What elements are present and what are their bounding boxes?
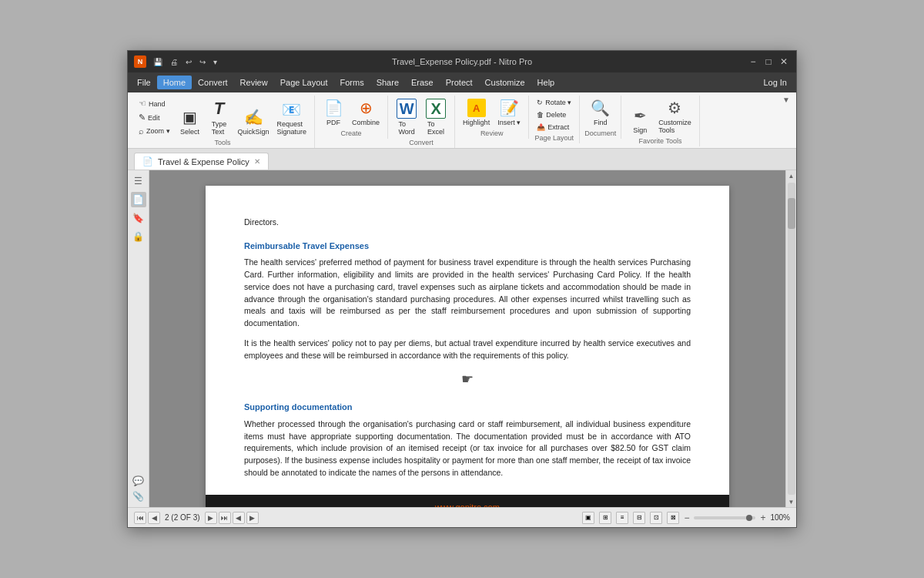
document-tab[interactable]: 📄 Travel & Expense Policy ✕	[134, 153, 269, 170]
document-area[interactable]: Directors. Reimbursable Travel Expenses …	[149, 170, 785, 507]
tab-icon: 📄	[142, 156, 153, 166]
convert-group-label: Convert	[409, 139, 434, 146]
select-label: Select	[180, 128, 199, 136]
edit-label: Edit	[148, 114, 160, 122]
back-nav-button[interactable]: ◀	[233, 512, 245, 524]
delete-button[interactable]: 🗑 Delete	[534, 109, 574, 120]
scroll-up-button[interactable]: ▲	[786, 170, 797, 181]
to-excel-button[interactable]: X ToExcel	[422, 97, 450, 137]
directors-text: Directors.	[244, 217, 691, 229]
edit-icon: ✎	[139, 113, 146, 123]
redo-btn[interactable]: ↪	[197, 57, 208, 67]
zoom-tool-button[interactable]: ⌕ Zoom ▾	[136, 125, 173, 137]
menu-home[interactable]: Home	[157, 76, 192, 89]
pdf-button[interactable]: 📄 PDF	[320, 97, 347, 128]
menu-help[interactable]: Help	[531, 76, 561, 89]
scroll-thumb[interactable]	[788, 198, 795, 229]
ribbon-group-convert: W ToWord X ToExcel Convert	[388, 96, 455, 148]
select-tool-button[interactable]: ▣ Select	[176, 106, 204, 137]
insert-label: Insert ▾	[497, 119, 521, 126]
panel-thumbnails-icon[interactable]: ☰	[131, 173, 146, 189]
highlight-button[interactable]: A Highlight	[460, 97, 493, 128]
menu-page-layout[interactable]: Page Layout	[274, 76, 334, 89]
fit-page-button[interactable]: ⊡	[650, 512, 662, 524]
menu-erase[interactable]: Erase	[405, 76, 440, 89]
menu-file[interactable]: File	[131, 76, 157, 89]
print-btn[interactable]: 🖨	[168, 57, 180, 67]
menu-share[interactable]: Share	[370, 76, 405, 89]
menu-review[interactable]: Review	[234, 76, 274, 89]
combine-button[interactable]: ⊕ Combine	[349, 97, 383, 128]
page-layout-group-label: Page Layout	[534, 134, 574, 142]
tools-buttons: ☜ Hand ✎ Edit ⌕ Zoom ▾ ▣	[136, 97, 310, 137]
tab-close-button[interactable]: ✕	[254, 157, 260, 166]
rotate-button[interactable]: ↻ Rotate ▾	[534, 97, 574, 108]
request-signature-button[interactable]: 📧 RequestSignature	[274, 99, 310, 137]
sign-button[interactable]: ✒ Sign	[626, 105, 654, 136]
hand-tool-button[interactable]: ☜ Hand	[136, 97, 173, 110]
dropdown-btn[interactable]: ▾	[211, 57, 219, 67]
extract-button[interactable]: 📤 Extract	[534, 122, 574, 133]
ribbon-scroll[interactable]: ▼	[782, 96, 793, 104]
para1-text: The health services' preferred method of…	[244, 257, 691, 330]
undo-btn[interactable]: ↩	[183, 57, 194, 67]
zoom-plus[interactable]: +	[760, 512, 765, 523]
extract-label: Extract	[547, 123, 569, 131]
footer-url: www.gonitro.com	[435, 502, 500, 508]
rotate-icon: ↻	[537, 99, 543, 106]
login-button[interactable]: Log In	[757, 76, 793, 89]
view-controls: ▣ ⊞ ≡ ⊟ ⊡ ⊠ − + 100%	[582, 512, 790, 524]
zoom-minus[interactable]: −	[684, 512, 689, 523]
customize-tools-button[interactable]: ⚙ CustomizeTools	[655, 97, 695, 136]
to-excel-icon: X	[426, 99, 446, 119]
panel-security-icon[interactable]: 🔒	[131, 229, 146, 244]
fit-width-button[interactable]: ⊠	[667, 512, 679, 524]
menu-convert[interactable]: Convert	[192, 76, 234, 89]
find-label: Find	[594, 119, 608, 126]
close-button[interactable]: ✕	[778, 55, 790, 68]
document-group-label: Document	[584, 129, 616, 137]
scroll-down-button[interactable]: ▼	[786, 496, 797, 507]
status-bar: ⏮ ◀ 2 (2 OF 3) ▶ ⏭ ◀ ▶ ▣ ⊞ ≡ ⊟ ⊡ ⊠ − + 1…	[128, 507, 796, 527]
menu-forms[interactable]: Forms	[333, 76, 370, 89]
spread-view-button[interactable]: ⊟	[633, 512, 645, 524]
zoom-icon: ⌕	[139, 126, 144, 136]
continuous-view-button[interactable]: ≡	[616, 512, 628, 524]
panel-bookmarks-icon[interactable]: 🔖	[131, 210, 146, 226]
scroll-track[interactable]	[788, 183, 795, 495]
zoom-slider[interactable]	[694, 516, 755, 519]
prev-page-button[interactable]: ◀	[148, 512, 160, 524]
menu-customize[interactable]: Customize	[479, 76, 531, 89]
minimize-button[interactable]: −	[747, 55, 759, 68]
panel-stamps-icon[interactable]: 📎	[131, 489, 146, 504]
window-controls: − □ ✕	[747, 55, 790, 68]
ribbon-group-review: A Highlight 📝 Insert ▾ Review	[455, 96, 529, 139]
edit-tool-button[interactable]: ✎ Edit	[136, 111, 173, 124]
convert-buttons: W ToWord X ToExcel	[393, 97, 450, 137]
maximize-button[interactable]: □	[762, 55, 775, 68]
quicksign-button[interactable]: ✍ QuickSign	[235, 106, 273, 137]
to-word-button[interactable]: W ToWord	[393, 97, 420, 137]
page-indicator: 2 (2 OF 3)	[162, 513, 203, 522]
first-page-button[interactable]: ⏮	[134, 512, 146, 524]
panel-comments-icon[interactable]: 💬	[131, 473, 146, 489]
ribbon: ☜ Hand ✎ Edit ⌕ Zoom ▾ ▣	[128, 92, 796, 149]
supporting-heading: Supporting documentation	[244, 401, 691, 414]
last-page-button[interactable]: ⏭	[219, 512, 231, 524]
pdf-label: PDF	[326, 119, 340, 126]
single-page-view-button[interactable]: ▣	[582, 512, 594, 524]
document-page: Directors. Reimbursable Travel Expenses …	[206, 186, 729, 507]
next-page-button[interactable]: ▶	[205, 512, 217, 524]
forward-nav-button[interactable]: ▶	[246, 512, 259, 524]
find-button[interactable]: 🔍 Find	[587, 97, 614, 128]
type-text-button[interactable]: T TypeText	[206, 97, 233, 137]
type-text-icon: T	[214, 99, 224, 119]
panel-pages-icon[interactable]: 📄	[131, 192, 146, 207]
insert-button[interactable]: 📝 Insert ▾	[494, 97, 524, 128]
two-page-view-button[interactable]: ⊞	[599, 512, 611, 524]
right-scrollbar[interactable]: ▲ ▼	[785, 170, 796, 507]
menu-protect[interactable]: Protect	[440, 76, 479, 89]
save-btn[interactable]: 💾	[151, 57, 165, 67]
zoom-thumb[interactable]	[746, 515, 752, 521]
ribbon-content: ☜ Hand ✎ Edit ⌕ Zoom ▾ ▣	[128, 96, 796, 148]
